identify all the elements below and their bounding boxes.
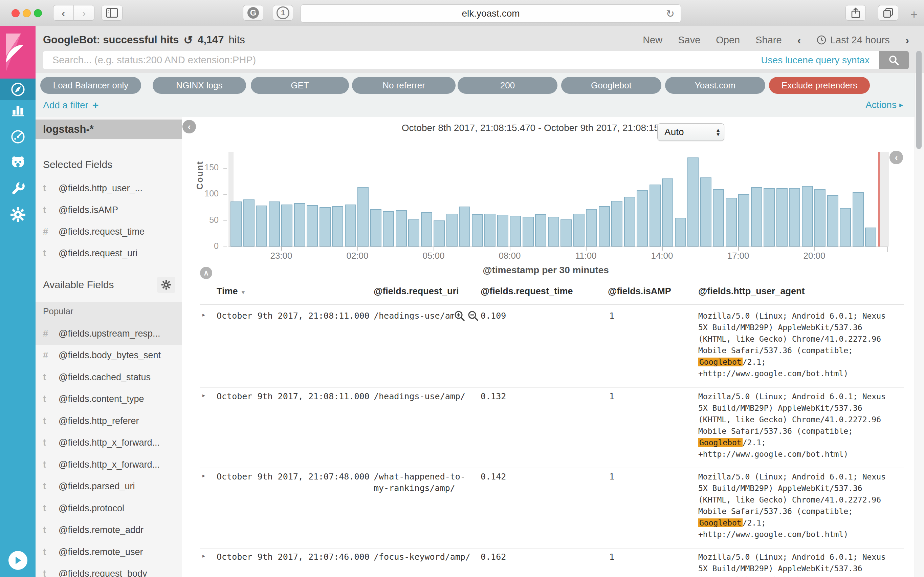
- cell-isamp[interactable]: 1: [609, 391, 614, 402]
- histogram-bar[interactable]: [713, 189, 724, 247]
- address-bar[interactable]: elk.yoast.com ↻: [301, 5, 681, 23]
- sidebar-item-timelion[interactable]: [0, 152, 35, 173]
- sidebar-item-discover[interactable]: [0, 79, 35, 100]
- histogram-bar[interactable]: [675, 218, 686, 247]
- field-item[interactable]: #@fields.body_bytes_sent: [43, 350, 161, 361]
- field-item[interactable]: t@fields.http_x_forward...: [43, 459, 160, 470]
- histogram-bar[interactable]: [459, 206, 470, 247]
- page-scrollbar-thumb[interactable]: [916, 51, 922, 149]
- time-picker[interactable]: Last 24 hours: [817, 35, 890, 46]
- histogram-bar[interactable]: [332, 206, 343, 247]
- histogram-bar[interactable]: [561, 219, 572, 247]
- expand-row-caret[interactable]: ▸: [202, 553, 205, 559]
- close-window-button[interactable]: [11, 9, 19, 17]
- histogram-bar[interactable]: [548, 217, 559, 247]
- filter-for-value-icon[interactable]: [454, 311, 465, 321]
- field-item[interactable]: #@fields.request_time: [43, 227, 145, 237]
- collapse-histogram-button[interactable]: ∧: [200, 267, 212, 279]
- histogram-bar[interactable]: [522, 217, 534, 247]
- histogram-bar[interactable]: [763, 188, 775, 247]
- histogram-bar[interactable]: [230, 201, 242, 247]
- interval-select[interactable]: Auto ▲▼: [657, 123, 724, 141]
- histogram-bar[interactable]: [776, 188, 787, 247]
- histogram-bar[interactable]: [688, 158, 699, 247]
- add-filter-link[interactable]: Add a filter +: [43, 99, 99, 111]
- histogram-bar[interactable]: [535, 214, 546, 247]
- field-item[interactable]: #@fields.upstream_resp...: [43, 329, 161, 339]
- kibana-logo[interactable]: [0, 26, 35, 79]
- time-forward-button[interactable]: ›: [905, 34, 909, 47]
- histogram-bar[interactable]: [396, 210, 407, 247]
- histogram-bar[interactable]: [789, 188, 800, 247]
- uri-filter-buttons[interactable]: [454, 311, 479, 321]
- column-header-request-time[interactable]: @fields.request_time: [480, 286, 573, 297]
- search-submit-button[interactable]: [879, 51, 909, 69]
- histogram-bar[interactable]: [345, 205, 356, 247]
- histogram-bar[interactable]: [611, 201, 622, 247]
- menu-item-open[interactable]: Open: [716, 35, 740, 46]
- histogram-bar[interactable]: [574, 214, 585, 247]
- histogram-bar[interactable]: [649, 185, 660, 247]
- filter-out-value-icon[interactable]: [468, 311, 479, 321]
- histogram-bar[interactable]: [738, 194, 749, 247]
- zoom-window-button[interactable]: [34, 9, 42, 17]
- histogram-bar[interactable]: [294, 203, 305, 247]
- cell-time[interactable]: October 9th 2017, 21:07:46.000: [217, 551, 373, 563]
- filter-pill-load-balancer-only[interactable]: Load Balancer only: [40, 77, 141, 94]
- histogram-bar[interactable]: [865, 227, 876, 247]
- histogram-bar[interactable]: [802, 186, 813, 247]
- histogram-bar[interactable]: [814, 189, 826, 247]
- histogram-bar[interactable]: [510, 216, 521, 247]
- collapse-rail-button[interactable]: [8, 551, 27, 570]
- histogram-bar[interactable]: [726, 198, 737, 247]
- histogram-bar[interactable]: [269, 201, 280, 247]
- filter-pill-nginx-logs[interactable]: NGINX logs: [153, 77, 246, 94]
- cell-request-time[interactable]: 0.109: [480, 310, 506, 322]
- column-header-isamp[interactable]: @fields.isAMP: [608, 286, 671, 297]
- menu-item-new[interactable]: New: [643, 35, 662, 46]
- expand-row-caret[interactable]: ▸: [202, 392, 205, 398]
- histogram-bar[interactable]: [624, 197, 635, 247]
- histogram-bar[interactable]: [383, 211, 394, 247]
- field-item[interactable]: t@fields.cached_status: [43, 372, 151, 383]
- menu-item-share[interactable]: Share: [755, 35, 781, 46]
- histogram-bar[interactable]: [447, 214, 458, 247]
- column-header-time[interactable]: Time ▼: [217, 286, 246, 297]
- minimize-window-button[interactable]: [22, 9, 31, 17]
- histogram-bar[interactable]: [281, 205, 292, 247]
- field-item[interactable]: t@fields.http_user_...: [43, 183, 143, 194]
- new-tab-button[interactable]: +: [910, 8, 918, 22]
- cell-user-agent[interactable]: Mozilla/5.0 (Linux; Android 6.0.1; Nexus…: [698, 391, 894, 460]
- sort-descending-icon[interactable]: ▼: [240, 289, 246, 296]
- histogram-bar[interactable]: [853, 192, 864, 247]
- cell-time[interactable]: October 9th 2017, 21:08:11.000: [217, 391, 373, 402]
- field-item[interactable]: t@fields.http_x_forward...: [43, 437, 160, 448]
- histogram-bar[interactable]: [484, 214, 495, 247]
- extension-1password-button[interactable]: 1: [273, 5, 293, 21]
- histogram-bar[interactable]: [320, 207, 331, 247]
- field-item[interactable]: t@fields.protocol: [43, 503, 124, 514]
- histogram-bar[interactable]: [751, 187, 762, 247]
- field-item[interactable]: t@fields.http_referer: [43, 416, 139, 426]
- time-back-button[interactable]: ‹: [797, 34, 801, 47]
- histogram-bar[interactable]: [636, 190, 648, 247]
- filter-pill-exclude-pretenders[interactable]: Exclude pretenders: [769, 77, 870, 94]
- sidebar-item-management[interactable]: [0, 204, 35, 226]
- field-item[interactable]: t@fields.remote_addr: [43, 525, 143, 535]
- sidebar-item-visualize[interactable]: [0, 99, 35, 121]
- filter-pill-googlebot[interactable]: Googlebot: [561, 77, 661, 94]
- expand-row-caret[interactable]: ▸: [202, 472, 205, 479]
- cell-user-agent[interactable]: Mozilla/5.0 (Linux; Android 6.0.1; Nexus…: [698, 471, 894, 540]
- sidebar-item-dev-tools[interactable]: [0, 178, 35, 200]
- histogram-bar[interactable]: [357, 187, 369, 247]
- histogram-bar[interactable]: [472, 214, 483, 247]
- filter-pill-yoast-com[interactable]: Yoast.com: [665, 77, 765, 94]
- sidebar-item-dashboard[interactable]: [0, 126, 35, 148]
- histogram-bar[interactable]: [434, 221, 445, 247]
- cell-isamp[interactable]: 1: [609, 310, 614, 322]
- cell-request-uri[interactable]: /headings-use/amp/: [374, 391, 472, 402]
- cell-request-time[interactable]: 0.162: [480, 551, 506, 563]
- sidebar-toggle-button[interactable]: [101, 5, 122, 21]
- column-header-user-agent[interactable]: @fields.http_user_agent: [698, 286, 805, 297]
- collapse-sidebar-button[interactable]: ‹: [182, 120, 196, 134]
